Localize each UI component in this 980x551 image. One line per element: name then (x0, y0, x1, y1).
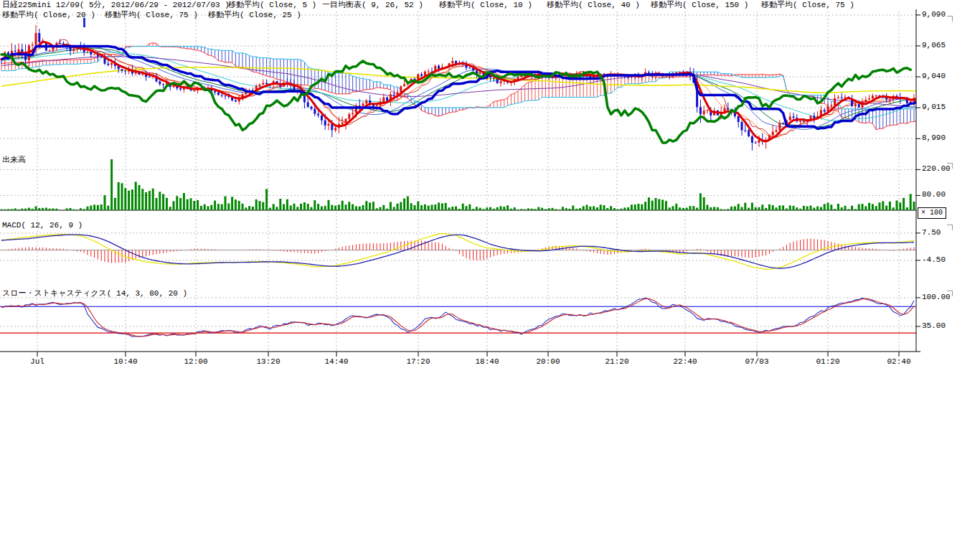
price-chart-canvas[interactable] (0, 0, 980, 380)
legend-item: 移動平均( Close, 5 ) (228, 1, 316, 10)
vol-group (0, 159, 916, 210)
volume-multiplier-badge: × 100 (918, 207, 946, 219)
time-axis-label: 17:20 (402, 357, 434, 366)
time-axis-label: Jul (22, 357, 53, 366)
legend-item: 移動平均( Close, 20 ) (2, 11, 95, 20)
time-axis-label: 12:00 (180, 357, 212, 366)
legend-item: 移動平均( Close, 75 ) (105, 11, 198, 20)
time-axis-label: 21:20 (601, 357, 633, 366)
time-axis-label: 20:00 (532, 357, 564, 366)
price-axis-label: 9,040 (922, 72, 946, 80)
legend-item: 移動平均( Close, 75 ) (761, 1, 854, 10)
legend-item: 移動平均( Close, 10 ) (439, 1, 532, 10)
price-axis-label: -4.50 (922, 255, 946, 264)
price-axis-label: 9,065 (922, 41, 946, 50)
axes-group (0, 9, 920, 357)
time-axis-label: 13:20 (253, 357, 284, 366)
price-axis-label: 9,015 (922, 103, 946, 111)
volume-section-label: 出来高 (2, 154, 26, 165)
time-axis-label: 01:20 (812, 357, 844, 366)
stoch-group (0, 298, 916, 336)
price-axis-label: 80.00 (922, 190, 946, 199)
panel-corner-mark-icon (947, 16, 953, 22)
stoch-section-label: スロー・ストキャスティクス( 14, 3, 80, 20 ) (2, 288, 187, 298)
macd-section-label: MACD( 12, 26, 9 ) (2, 221, 83, 230)
price-axis-label: 220.00 (922, 164, 951, 173)
legend-item: 一目均衡表( 9, 26, 52 ) (322, 1, 423, 10)
chart-application: 日経225mini 12/09( 5分, 2012/06/29 - 2012/0… (0, 0, 980, 551)
legend-item: 移動平均( Close, 40 ) (547, 1, 640, 10)
time-axis-label: 10:40 (110, 357, 141, 366)
price-axis-label: 100.00 (922, 293, 951, 301)
time-axis-label: 14:40 (321, 357, 352, 366)
legend-item: 日経225mini 12/09( 5分, 2012/06/29 - 2012/0… (2, 1, 230, 10)
price-axis-label: 7.50 (922, 228, 941, 237)
price-axis-label: 8,990 (922, 133, 946, 142)
legend-item: 移動平均( Close, 150 ) (651, 1, 748, 10)
text-cursor (83, 18, 85, 27)
cloud-group (1, 43, 918, 130)
candles-group (1, 25, 915, 151)
time-axis-label: 07/03 (741, 357, 773, 366)
panel-corner-mark-icon (947, 291, 953, 296)
time-axis-label: 22:40 (669, 357, 701, 366)
legend-item: 移動平均( Close, 25 ) (208, 11, 301, 20)
time-axis-label: 02:40 (883, 357, 915, 366)
panel-corner-mark-icon (947, 163, 953, 169)
time-axis-label: 18:40 (471, 357, 503, 366)
grid-group (0, 11, 916, 351)
panel-corner-mark-icon (947, 225, 953, 230)
price-axis-label: 9,090 (922, 10, 946, 19)
macd-group (0, 233, 916, 269)
price-axis-label: 35.00 (922, 321, 946, 330)
